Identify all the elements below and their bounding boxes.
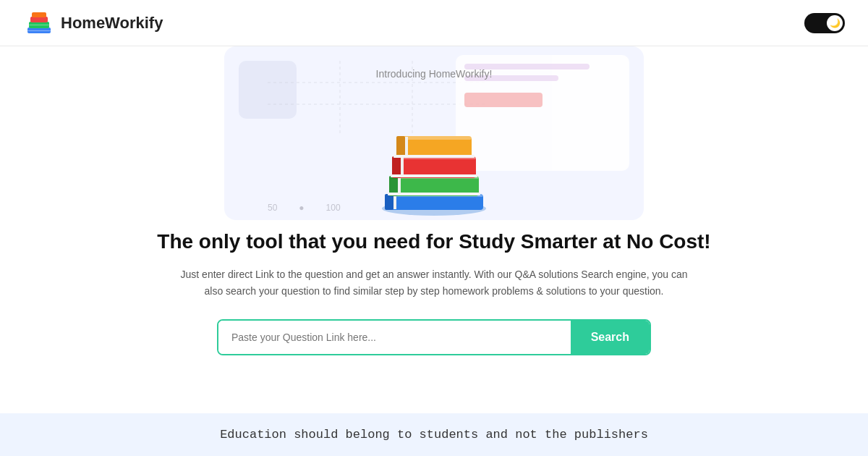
subtitle-text: Just enter direct Link to the question a… bbox=[174, 266, 694, 299]
books-svg bbox=[369, 101, 499, 224]
bg-numbers: 50 ● 100 bbox=[268, 203, 341, 213]
svg-rect-14 bbox=[393, 195, 396, 209]
logo-text: HomeWorkify bbox=[61, 14, 163, 33]
svg-rect-5 bbox=[29, 25, 49, 25]
search-bar: Search bbox=[217, 319, 651, 355]
svg-rect-26 bbox=[405, 137, 408, 157]
logo[interactable]: HomeWorkify bbox=[23, 7, 163, 39]
svg-rect-27 bbox=[388, 193, 480, 195]
search-button[interactable]: Search bbox=[571, 321, 650, 354]
bottom-banner: Education should belong to students and … bbox=[0, 413, 868, 456]
svg-rect-25 bbox=[396, 136, 405, 158]
svg-rect-4 bbox=[27, 30, 51, 31]
main-content: 50 ● 100 Introducing HomeWorkify! bbox=[0, 46, 868, 355]
toggle-knob: 🌙 bbox=[827, 15, 843, 31]
svg-rect-28 bbox=[391, 174, 477, 177]
svg-rect-13 bbox=[385, 194, 393, 210]
main-heading: The only tool that you need for Study Sm… bbox=[157, 229, 710, 255]
introducing-text: Introducing HomeWorkify! bbox=[376, 68, 493, 80]
dark-mode-toggle[interactable]: 🌙 bbox=[804, 13, 845, 33]
svg-rect-3 bbox=[32, 12, 46, 17]
bg-dot-1: ● bbox=[299, 203, 304, 213]
svg-rect-22 bbox=[401, 157, 404, 177]
svg-rect-2 bbox=[30, 17, 48, 22]
logo-icon bbox=[23, 7, 55, 39]
moon-icon: 🌙 bbox=[830, 18, 841, 28]
search-input[interactable] bbox=[218, 321, 571, 354]
svg-rect-29 bbox=[393, 155, 475, 158]
header: HomeWorkify 🌙 bbox=[0, 0, 868, 46]
bg-number-100: 100 bbox=[326, 203, 341, 213]
books-illustration bbox=[369, 101, 499, 217]
bg-number-50: 50 bbox=[268, 203, 277, 213]
bottom-banner-text: Education should belong to students and … bbox=[14, 428, 854, 442]
